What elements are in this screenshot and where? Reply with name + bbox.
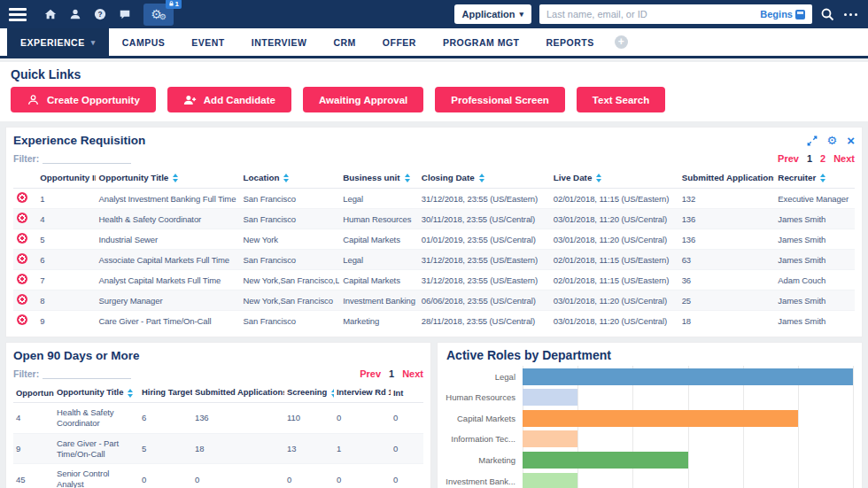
tab-campus[interactable]: CAMPUS xyxy=(109,28,179,56)
cell: 136 xyxy=(678,229,775,250)
open-90-pagination: Prev1Next xyxy=(360,368,423,379)
application-dropdown[interactable]: Application ▾ xyxy=(454,4,531,24)
more-options-icon[interactable] xyxy=(842,10,859,19)
column-label: Interview Rd 1 xyxy=(337,387,391,397)
column-header-hiring-target[interactable]: Hiring Target xyxy=(139,383,192,402)
prev-page-button[interactable]: Prev xyxy=(360,368,381,379)
column-header-opportunity-title[interactable]: Opportunity Title xyxy=(54,383,139,402)
requisition-table: Opportunity IDOpportunity TitleLocationB… xyxy=(13,167,855,330)
cell: 5 xyxy=(36,229,95,250)
cell: Analyst Capital Markets Full Time xyxy=(96,270,240,290)
open-record-icon[interactable] xyxy=(17,192,27,203)
column-header-submitted-applications[interactable]: Submitted Applications xyxy=(192,383,284,402)
cell: Senior Control Analyst xyxy=(54,464,139,488)
cell: 25 xyxy=(678,290,775,311)
open-record-icon[interactable] xyxy=(17,213,27,223)
expand-panel-icon[interactable] xyxy=(807,136,818,146)
text-search-button[interactable]: Text Search xyxy=(577,87,665,112)
page-button-2[interactable]: 2 xyxy=(820,153,825,164)
column-header-int[interactable]: Int xyxy=(391,383,423,402)
cell: 0 xyxy=(192,464,284,488)
column-header-opportunity-id[interactable]: Opportunity ID xyxy=(36,167,95,189)
table-row[interactable]: 1Analyst Investment Banking Full TimeSan… xyxy=(13,189,855,209)
panel-settings-icon[interactable]: ⚙ xyxy=(827,135,838,146)
close-panel-icon[interactable]: × xyxy=(847,134,855,147)
page-button-1[interactable]: 1 xyxy=(389,368,394,379)
open-record-icon[interactable] xyxy=(17,233,27,244)
professional-screen-button[interactable]: Professional Screen xyxy=(435,87,565,112)
settings-button[interactable]: ⚙ ⚙ 1 xyxy=(143,4,174,26)
table-row[interactable]: 9Care Giver - Part Time/On-Call5181310 xyxy=(13,433,423,464)
search-input[interactable] xyxy=(546,9,755,19)
tab-label: CRM xyxy=(333,37,355,48)
column-header-business-unit[interactable]: Business unit xyxy=(339,167,418,189)
column-label: Hiring Target xyxy=(142,387,192,397)
column-header-interview-rd-1[interactable]: Interview Rd 1 xyxy=(334,383,391,402)
create-opportunity-button[interactable]: Create Opportunity xyxy=(11,87,156,112)
cell: James Smith xyxy=(774,229,855,250)
column-header-opportunity-id[interactable]: Opportunity ID xyxy=(13,383,54,402)
hamburger-menu-icon[interactable] xyxy=(9,8,27,21)
requisition-filter-input[interactable] xyxy=(43,151,131,164)
open-record-icon[interactable] xyxy=(17,274,27,284)
column-header-opportunity-title[interactable]: Opportunity Title xyxy=(96,167,240,189)
add-candidate-button[interactable]: Add Candidate xyxy=(167,87,291,112)
table-row[interactable]: 7Analyst Capital Markets Full TimeNew Yo… xyxy=(13,270,855,290)
open-record-icon[interactable] xyxy=(17,314,27,325)
prev-page-button[interactable]: Prev xyxy=(778,153,799,164)
column-header-live-date[interactable]: Live Date xyxy=(550,167,678,189)
help-icon[interactable]: ? xyxy=(94,8,106,20)
cell: 136 xyxy=(678,209,775,229)
tab-interview[interactable]: INTERVIEW xyxy=(238,28,321,56)
column-header-recruiter[interactable]: Recruiter xyxy=(774,167,855,189)
add-tab-button[interactable]: + xyxy=(615,35,628,49)
search-icon[interactable] xyxy=(820,7,834,21)
table-row[interactable]: 4Health & Safety Coordinator613611000 xyxy=(13,402,423,433)
next-page-button[interactable]: Next xyxy=(833,153,855,164)
cell: 01/01/2019, 23:55 (US/Central) xyxy=(418,229,550,250)
next-page-button[interactable]: Next xyxy=(402,368,423,379)
cell: New York,San Francisco,LA xyxy=(240,270,340,290)
tab-program-mgt[interactable]: PROGRAM MGT xyxy=(430,28,533,56)
tab-experience[interactable]: EXPERIENCE▾ xyxy=(7,28,109,56)
user-plus-icon xyxy=(183,94,197,106)
column-label: Opportunity ID xyxy=(40,173,95,182)
tab-crm[interactable]: CRM xyxy=(320,28,368,56)
page-button-1[interactable]: 1 xyxy=(807,153,812,164)
bar-row xyxy=(523,470,853,488)
cell: Health & Safety Coordinator xyxy=(96,209,240,229)
table-row[interactable]: 6Associate Capital Markets Full TimeSan … xyxy=(13,250,855,270)
tab-label: PROGRAM MGT xyxy=(443,37,520,48)
sort-icon xyxy=(283,174,289,182)
column-label: Closing Date xyxy=(422,173,475,182)
table-row[interactable]: 45Senior Control Analyst00000 xyxy=(13,464,423,488)
column-header-closing-date[interactable]: Closing Date xyxy=(418,167,550,189)
cell: 63 xyxy=(678,250,775,270)
sort-icon xyxy=(479,174,484,182)
cell: 18 xyxy=(678,311,775,331)
cell: Capital Markets xyxy=(339,229,418,250)
awaiting-approval-button[interactable]: Awaiting Approval xyxy=(303,87,423,112)
home-icon[interactable] xyxy=(44,8,57,20)
user-icon[interactable] xyxy=(69,8,81,20)
open-record-icon[interactable] xyxy=(17,294,27,305)
begins-matcher-icon xyxy=(795,10,805,19)
column-header-location[interactable]: Location xyxy=(240,167,340,189)
column-header-submitted-applications[interactable]: Submitted Applications xyxy=(678,167,775,189)
tab-reports[interactable]: REPORTS xyxy=(533,28,608,56)
open-90-filter-input[interactable] xyxy=(43,367,131,379)
tab-offer[interactable]: OFFER xyxy=(369,28,430,56)
table-row[interactable]: 9Care Giver - Part Time/On-CallSan Franc… xyxy=(13,311,855,331)
chat-icon[interactable] xyxy=(119,8,131,20)
cell: 02/01/2018, 11:15 (US/Eastern) xyxy=(550,250,678,270)
table-row[interactable]: 5Industrial SewerNew YorkCapital Markets… xyxy=(13,229,855,250)
cell: 13 xyxy=(284,433,334,464)
table-row[interactable]: 8Surgery ManagerNew York,San FranciscoIn… xyxy=(13,290,855,311)
chart-plot-area xyxy=(523,366,853,488)
tab-event[interactable]: EVENT xyxy=(178,28,238,56)
expand-cell xyxy=(13,189,36,209)
column-header-screening[interactable]: Screening xyxy=(284,383,334,402)
open-record-icon[interactable] xyxy=(17,253,27,264)
table-row[interactable]: 4Health & Safety CoordinatorSan Francisc… xyxy=(13,209,855,229)
begins-match-selector[interactable]: Begins xyxy=(760,9,805,19)
